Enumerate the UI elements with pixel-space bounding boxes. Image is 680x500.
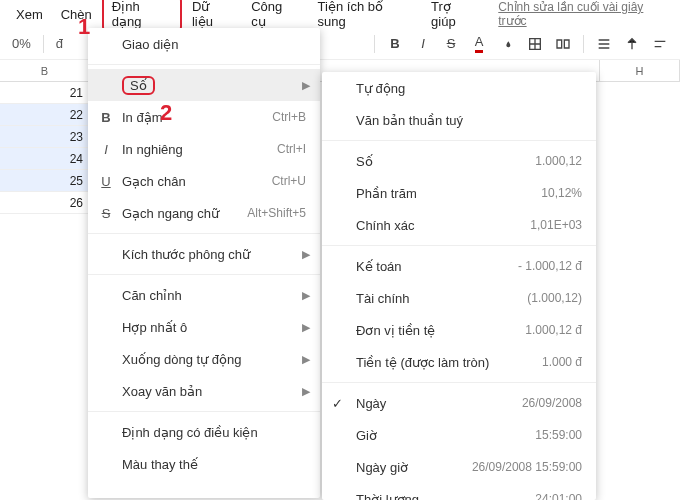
chevron-right-icon: ▶: [302, 321, 310, 334]
num-so[interactable]: Số1.000,12: [322, 145, 596, 177]
annotation-marker-1: 1: [78, 14, 90, 40]
menu-xem[interactable]: Xem: [8, 3, 51, 26]
menu-dinh-dang-dk[interactable]: Định dạng có điều kiện: [88, 416, 320, 448]
menu-in-nghieng[interactable]: IIn nghiêngCtrl+I: [88, 133, 320, 165]
num-thoi-luong[interactable]: Thời lượng24:01:00: [322, 483, 596, 500]
italic-button[interactable]: I: [411, 32, 435, 56]
num-ngay[interactable]: ✓Ngày26/09/2008: [322, 387, 596, 419]
separator: [322, 140, 596, 141]
num-gio[interactable]: Giờ15:59:00: [322, 419, 596, 451]
col-header-b[interactable]: B: [0, 60, 90, 81]
merge-button[interactable]: [551, 32, 575, 56]
menu-in-dam[interactable]: BIn đậmCtrl+B: [88, 101, 320, 133]
num-van-ban[interactable]: Văn bản thuần tuý: [322, 104, 596, 136]
bold-icon: B: [98, 110, 114, 125]
chevron-right-icon: ▶: [302, 289, 310, 302]
wrap-button[interactable]: [648, 32, 672, 56]
num-ke-toan[interactable]: Kế toán- 1.000,12 đ: [322, 250, 596, 282]
strikethrough-icon: S: [98, 206, 114, 221]
menu-mau-thay-the[interactable]: Màu thay thế: [88, 448, 320, 480]
num-tai-chinh[interactable]: Tài chính(1.000,12): [322, 282, 596, 314]
cell[interactable]: 26: [0, 192, 90, 214]
format-dropdown: Giao diện Số▶ BIn đậmCtrl+B IIn nghiêngC…: [88, 28, 320, 498]
menubar: Xem Chèn Định dạng Dữ liệu Công cụ Tiện …: [0, 0, 680, 28]
chevron-right-icon: ▶: [302, 248, 310, 261]
separator: [88, 64, 320, 65]
separator: [583, 35, 584, 53]
align-button[interactable]: [592, 32, 616, 56]
menu-gach-chan[interactable]: UGạch chânCtrl+U: [88, 165, 320, 197]
currency-symbol[interactable]: đ: [52, 36, 67, 51]
menu-giao-dien[interactable]: Giao diện: [88, 28, 320, 60]
num-tien-te-lam-tron[interactable]: Tiền tệ (được làm tròn)1.000 đ: [322, 346, 596, 378]
last-edit-text[interactable]: Chỉnh sửa lần cuối vài giây trước: [498, 0, 672, 28]
num-chinh-xac[interactable]: Chính xác1,01E+03: [322, 209, 596, 241]
cell[interactable]: 24: [0, 148, 90, 170]
text-color-button[interactable]: A: [467, 32, 491, 56]
menu-xoay-van-ban[interactable]: Xoay văn bản▶: [88, 375, 320, 407]
cell[interactable]: 21: [0, 82, 90, 104]
annotation-marker-2: 2: [160, 100, 172, 126]
menu-chen[interactable]: Chèn: [53, 3, 100, 26]
separator: [322, 382, 596, 383]
separator: [88, 274, 320, 275]
cell[interactable]: 22: [0, 104, 90, 126]
menu-tro-giup[interactable]: Trợ giúp: [423, 0, 486, 33]
separator: [374, 35, 375, 53]
chevron-right-icon: ▶: [302, 385, 310, 398]
separator: [88, 233, 320, 234]
menu-hop-nhat[interactable]: Hợp nhất ô▶: [88, 311, 320, 343]
num-phan-tram[interactable]: Phần trăm10,12%: [322, 177, 596, 209]
num-ngay-gio[interactable]: Ngày giờ26/09/2008 15:59:00: [322, 451, 596, 483]
menu-xuong-dong[interactable]: Xuống dòng tự động▶: [88, 343, 320, 375]
zoom-value[interactable]: 0%: [8, 36, 35, 51]
separator: [322, 245, 596, 246]
menu-so[interactable]: Số▶: [88, 69, 320, 101]
menu-can-chinh[interactable]: Căn chỉnh▶: [88, 279, 320, 311]
num-tu-dong[interactable]: Tự động: [322, 72, 596, 104]
menu-gach-ngang[interactable]: SGạch ngang chữAlt+Shift+5: [88, 197, 320, 229]
cell[interactable]: 23: [0, 126, 90, 148]
check-icon: ✓: [332, 396, 343, 411]
num-don-vi-tien-te[interactable]: Đơn vị tiền tệ1.000,12 đ: [322, 314, 596, 346]
italic-icon: I: [98, 142, 114, 157]
cells-column: 21 22 23 24 25 26: [0, 82, 90, 214]
number-submenu: Tự động Văn bản thuần tuý Số1.000,12 Phầ…: [322, 72, 596, 500]
valign-button[interactable]: [620, 32, 644, 56]
separator: [88, 411, 320, 412]
menu-tien-ich[interactable]: Tiện ích bổ sung: [310, 0, 422, 33]
separator: [43, 35, 44, 53]
chevron-right-icon: ▶: [302, 79, 310, 92]
menu-kich-thuoc[interactable]: Kích thước phông chữ▶: [88, 238, 320, 270]
col-header-h[interactable]: H: [600, 60, 680, 81]
underline-icon: U: [98, 174, 114, 189]
fill-color-button[interactable]: [495, 32, 519, 56]
borders-button[interactable]: [523, 32, 547, 56]
bold-button[interactable]: B: [383, 32, 407, 56]
cell[interactable]: 25: [0, 170, 90, 192]
strikethrough-button[interactable]: S: [439, 32, 463, 56]
chevron-right-icon: ▶: [302, 353, 310, 366]
